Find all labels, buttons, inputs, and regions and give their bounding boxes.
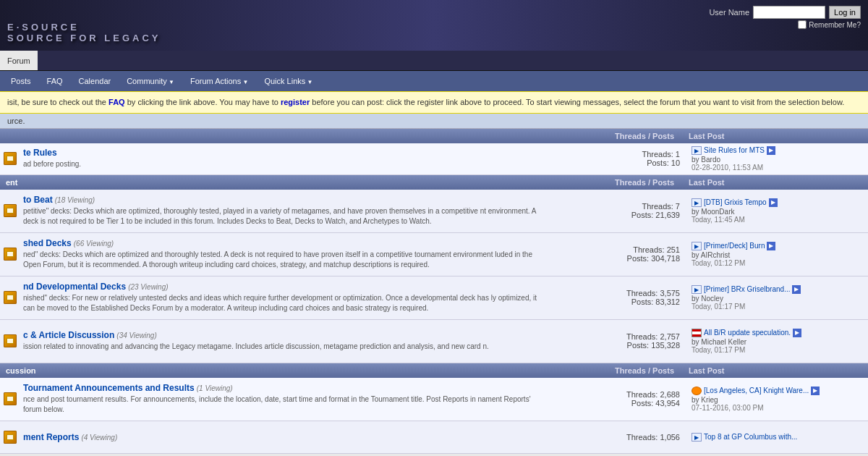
table-row: to Beat (18 Viewing) petitive" decks: De…: [0, 190, 868, 233]
section-title-decks: ent: [6, 178, 537, 187]
forum-title-link[interactable]: to Beat: [23, 195, 53, 205]
forum-title-row: ment Reports (4 Viewing): [23, 432, 540, 442]
thread-count: Threads: 2,688: [550, 390, 680, 399]
table-row: te Rules ad before posting. Threads: 1 P…: [0, 143, 868, 175]
nav-quick-links[interactable]: Quick Links: [257, 74, 320, 88]
post-count: Posts: 304,718: [550, 254, 680, 263]
post-count: Posts: 10: [550, 159, 680, 167]
table-row: Tournament Announcements and Results (1 …: [0, 378, 868, 421]
forum-icon-inner: [7, 434, 14, 440]
login-button[interactable]: Log in: [829, 6, 861, 19]
col-threads-rules: Threads / Posts: [537, 132, 681, 140]
lastpost-by: by Bardo: [692, 156, 864, 164]
forum-icon-cell: [0, 378, 20, 421]
go-icon: ▶: [769, 198, 778, 207]
register-link[interactable]: register: [281, 98, 310, 106]
lastpost-title-link[interactable]: Site Rules for MTS: [704, 146, 765, 154]
forum-info-cell: ment Reports (4 Viewing): [20, 421, 542, 453]
lastpost-title-row: ▶ Site Rules for MTS ▶: [692, 146, 864, 155]
tab-forum[interactable]: Forum: [0, 51, 38, 70]
go-icon: ▶: [767, 242, 775, 250]
forum-viewing: (23 Viewing): [128, 283, 168, 291]
forum-icon-cell: [0, 190, 20, 232]
post-icon: ▶: [692, 433, 702, 442]
forum-icon-inner: [7, 251, 14, 257]
discussion-section-header: cussion Threads / Posts Last Post: [0, 363, 868, 378]
thread-count: Threads: 251: [550, 245, 680, 254]
tab-other[interactable]: [38, 51, 67, 70]
forum-icon-inner: [7, 295, 14, 300]
forum-desc: ned" decks: Decks which are optimized an…: [23, 250, 540, 270]
thread-count: Threads: 1: [550, 150, 680, 159]
forum-info-cell: nd Developmental Decks (23 Viewing) nish…: [20, 276, 542, 319]
forum-title-row: c & Article Discussion (34 Viewing): [23, 330, 540, 340]
post-icon: ▶: [692, 198, 702, 207]
flag-icon: [692, 329, 702, 337]
lastpost-title-link[interactable]: [Primer/Deck] Burn: [704, 242, 765, 250]
forum-viewing: (4 Viewing): [81, 434, 117, 442]
forum-info-cell: te Rules ad before posting.: [20, 143, 542, 174]
forum-icon-inner: [7, 156, 14, 161]
forum-lastpost-cell: All B/R update speculation. ▶ by Michael…: [687, 320, 868, 363]
post-icon: ▶: [692, 285, 702, 294]
lastpost-title-link[interactable]: [DTB] Grixis Tempo: [704, 198, 767, 206]
forum-title-link[interactable]: c & Article Discussion: [23, 330, 114, 340]
forum-icon-cell: [0, 143, 20, 174]
forum-icon-cell: [0, 421, 20, 453]
go-icon: ▶: [793, 329, 801, 337]
forum-viewing: (18 Viewing): [55, 196, 95, 204]
nav-calendar[interactable]: Calendar: [72, 74, 119, 88]
lastpost-time: Today, 01:17 PM: [692, 346, 864, 354]
forum-viewing: (34 Viewing): [116, 332, 156, 339]
nav-community[interactable]: Community: [119, 74, 182, 88]
lastpost-time: Today, 01:12 PM: [692, 259, 864, 267]
forum-title-link[interactable]: shed Decks: [23, 238, 72, 248]
lastpost-title-link[interactable]: All B/R update speculation.: [704, 329, 791, 337]
nav-posts[interactable]: Posts: [4, 74, 38, 88]
forum-title-link[interactable]: te Rules: [23, 148, 540, 158]
lastpost-time: 02-28-2010, 11:53 AM: [692, 164, 864, 172]
forum-title-link[interactable]: ment Reports: [23, 432, 79, 442]
forum-info-cell: Tournament Announcements and Results (1 …: [20, 378, 542, 421]
notice-text-before: isit, be sure to check out the: [7, 98, 109, 106]
remember-me-checkbox[interactable]: [798, 20, 807, 29]
lastpost-title-row: ▶ [DTB] Grixis Tempo ▶: [692, 198, 864, 207]
username-input[interactable]: [753, 6, 825, 19]
forum-lastpost-cell: ▶ Site Rules for MTS ▶ by Bardo 02-28-20…: [687, 143, 868, 174]
go-icon: ▶: [811, 387, 820, 395]
site-header: E·SOURCE SOURCE FOR LEGACY User Name Log…: [0, 0, 868, 51]
forum-title-row: nd Developmental Decks (23 Viewing): [23, 282, 540, 292]
notice-bar: isit, be sure to check out the FAQ by cl…: [0, 91, 868, 114]
post-icon: ▶: [692, 242, 702, 250]
nav-forum-actions[interactable]: Forum Actions: [183, 74, 255, 88]
post-count: Posts: 21,639: [550, 211, 680, 219]
lastpost-title-link[interactable]: Top 8 at GP Columbus with...: [704, 433, 797, 441]
forum-icon: [4, 152, 17, 165]
nav-faq[interactable]: FAQ: [40, 74, 70, 88]
faq-link[interactable]: FAQ: [109, 98, 125, 106]
lastpost-time: Today, 01:17 PM: [692, 303, 864, 311]
lastpost-title-row: ▶ [Primer/Deck] Burn ▶: [692, 242, 864, 250]
forum-desc: ad before posting.: [23, 159, 540, 169]
forum-title-link[interactable]: nd Developmental Decks: [23, 282, 126, 292]
lastpost-by: by MoonDark: [692, 208, 864, 216]
lastpost-title-row: ▶ Top 8 at GP Columbus with...: [692, 433, 864, 442]
post-icon: ▶: [692, 146, 702, 155]
forum-title-row: to Beat (18 Viewing): [23, 195, 540, 205]
forum-stats-cell: Threads: 2,688 Posts: 43,954: [542, 378, 687, 421]
col-threads-decks: Threads / Posts: [537, 178, 681, 187]
forum-title-row: Tournament Announcements and Results (1 …: [23, 383, 540, 393]
forum-lastpost-cell: ▶ [Primer] BRx Griselbrand... ▶ by Nocle…: [687, 276, 868, 319]
lastpost-title-link[interactable]: [Primer] BRx Griselbrand...: [704, 285, 790, 293]
forum-stats-cell: Threads: 7 Posts: 21,639: [542, 190, 687, 232]
forum-title-link[interactable]: Tournament Announcements and Results: [23, 383, 195, 393]
forum-stats-cell: Threads: 1,056: [542, 421, 687, 453]
login-area: User Name Log in: [709, 6, 861, 19]
forum-icon: [4, 248, 17, 261]
forum-icon: [4, 392, 17, 405]
lastpost-title-link[interactable]: [Los Angeles, CA] Knight Ware...: [704, 387, 809, 394]
forum-lastpost-cell: [Los Angeles, CA] Knight Ware... ▶ by Kr…: [687, 378, 868, 421]
forum-icon: [4, 431, 17, 444]
breadcrumb: urce.: [0, 114, 868, 129]
forum-viewing: (66 Viewing): [74, 240, 114, 248]
